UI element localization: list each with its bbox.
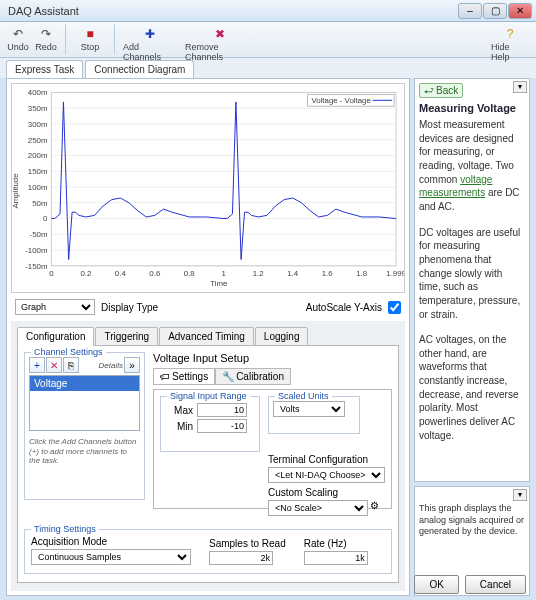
channel-item-voltage[interactable]: Voltage [30,376,139,391]
main-tab-row: Express Task Connection Diagram [0,58,536,78]
svg-text:350m: 350m [28,104,48,113]
x-icon: ✖ [215,27,225,41]
config-tabs: Configuration Triggering Advanced Timing… [17,327,399,346]
cancel-button[interactable]: Cancel [465,575,526,594]
help-panel: ▾ ⮐Back Measuring Voltage Most measureme… [414,78,530,482]
settings-icon: 🏷 [160,371,170,382]
svg-text:150m: 150m [28,167,48,176]
acquisition-mode-select[interactable]: Continuous Samples [31,549,191,565]
remove-channels-button[interactable]: ✖Remove Channels [182,24,258,56]
svg-text:1.4: 1.4 [287,269,299,278]
rate-input[interactable] [304,551,368,565]
wrench-icon: 🔧 [222,371,234,382]
svg-text:-100m: -100m [25,246,48,255]
undo-button[interactable]: ↶Undo [4,24,32,56]
terminal-config-select[interactable]: <Let NI-DAQ Choose> [268,467,385,483]
svg-text:Time: Time [210,279,228,288]
subtab-calibration[interactable]: 🔧Calibration [215,368,291,385]
svg-text:300m: 300m [28,120,48,129]
remove-channel-mini-button[interactable]: ✕ [46,357,62,373]
tab-configuration[interactable]: Configuration [17,327,94,346]
help-text: Most measurement devices are designed fo… [419,118,525,443]
svg-text:250m: 250m [28,136,48,145]
toolbar: ↶Undo ↷Redo ■Stop ✚Add Channels ✖Remove … [0,22,536,58]
svg-text:50m: 50m [32,199,48,208]
help-icon: ? [507,27,514,41]
scaling-browse-button[interactable]: ⚙ [370,500,379,516]
svg-text:1.6: 1.6 [322,269,334,278]
svg-text:-50m: -50m [30,230,48,239]
svg-text:1.8: 1.8 [356,269,368,278]
add-channels-hint: Click the Add Channels button (+) to add… [29,437,140,466]
title-bar: DAQ Assistant – ▢ ✕ [0,0,536,22]
max-input[interactable] [197,403,247,417]
custom-scaling-select[interactable]: <No Scale> [268,500,368,516]
help-back-button[interactable]: ⮐Back [419,83,463,98]
tab-logging[interactable]: Logging [255,327,309,346]
svg-text:200m: 200m [28,151,48,160]
tab-advanced-timing[interactable]: Advanced Timing [159,327,254,346]
main-panel: Amplitude 400m350m300m250m200m150m100m50… [6,78,410,596]
undo-icon: ↶ [13,27,23,41]
collapse-help-button[interactable]: ▾ [513,81,527,93]
svg-text:100m: 100m [28,183,48,192]
svg-rect-36 [51,92,396,265]
window-title: DAQ Assistant [8,5,79,17]
add-channel-mini-button[interactable]: + [29,357,45,373]
help-title: Measuring Voltage [419,102,525,114]
autoscale-label: AutoScale Y-Axis [306,302,382,313]
svg-text:0.8: 0.8 [184,269,196,278]
voltage-setup-title: Voltage Input Setup [153,352,392,364]
back-arrow-icon: ⮐ [424,85,434,96]
autoscale-checkbox[interactable] [388,301,401,314]
hide-help-button[interactable]: ?Hide Help [488,24,532,56]
display-type-label: Display Type [101,302,158,313]
redo-button[interactable]: ↷Redo [32,24,60,56]
tab-express-task[interactable]: Express Task [6,60,83,78]
svg-text:1: 1 [222,269,226,278]
svg-text:400m: 400m [28,88,48,97]
close-button[interactable]: ✕ [508,3,532,19]
tab-connection-diagram[interactable]: Connection Diagram [85,60,194,78]
svg-text:-150m: -150m [25,262,48,271]
svg-text:Amplitude: Amplitude [12,173,20,209]
svg-text:1.999: 1.999 [386,269,404,278]
context-help-text: This graph displays the analog signals a… [419,503,525,538]
plus-icon: ✚ [145,27,155,41]
svg-text:1.2: 1.2 [253,269,264,278]
channel-settings-legend: Channel Settings [31,347,106,357]
svg-text:0.6: 0.6 [149,269,161,278]
svg-text:Voltage - Voltage: Voltage - Voltage [311,96,371,105]
graph-controls: Graph Display Type AutoScale Y-Axis [7,297,409,317]
channel-list[interactable]: Voltage [29,375,140,431]
graph-area: Amplitude 400m350m300m250m200m150m100m50… [11,83,405,293]
details-toggle-button[interactable]: » [124,357,140,373]
svg-text:0: 0 [49,269,54,278]
add-channels-button[interactable]: ✚Add Channels [120,24,180,56]
stop-icon: ■ [86,27,93,41]
minimize-button[interactable]: – [458,3,482,19]
ok-button[interactable]: OK [414,575,458,594]
display-type-select[interactable]: Graph [15,299,95,315]
channel-props-mini-button[interactable]: ⎘ [63,357,79,373]
voltage-graph: Amplitude 400m350m300m250m200m150m100m50… [12,84,404,292]
tab-triggering[interactable]: Triggering [95,327,158,346]
stop-button[interactable]: ■Stop [71,24,109,56]
maximize-button[interactable]: ▢ [483,3,507,19]
subtab-settings[interactable]: 🏷Settings [153,368,215,385]
svg-text:0.4: 0.4 [115,269,127,278]
svg-text:0: 0 [43,214,48,223]
units-select[interactable]: Volts [273,401,345,417]
redo-icon: ↷ [41,27,51,41]
min-input[interactable] [197,419,247,433]
samples-to-read-input[interactable] [209,551,273,565]
svg-text:0.2: 0.2 [80,269,91,278]
collapse-context-button[interactable]: ▾ [513,489,527,501]
